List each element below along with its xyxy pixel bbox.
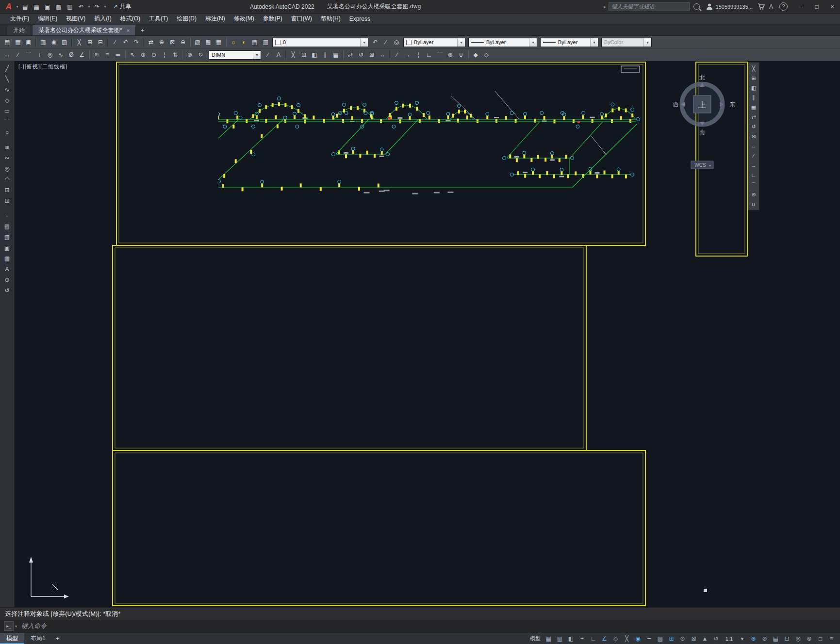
hatch-tool-icon[interactable]: ▨ <box>1 221 13 232</box>
extend-icon[interactable]: → <box>402 50 413 60</box>
layer-properties-icon[interactable]: ▤ <box>249 37 260 48</box>
explode-tool-ic[interactable]: ⊛ <box>749 190 758 199</box>
polygon-tool-icon[interactable]: ◇ <box>1 95 13 106</box>
customization-icon[interactable]: ≡ <box>826 634 837 644</box>
maximize-button[interactable]: □ <box>809 0 824 13</box>
share-button[interactable]: ↗ 共享 <box>113 2 131 11</box>
minimize-button[interactable]: – <box>793 0 809 13</box>
redo-arrow-icon[interactable]: ▾ <box>103 1 107 12</box>
join-tool-icon[interactable]: ∪ <box>749 199 758 209</box>
trim-icon[interactable]: ∕ <box>392 50 402 60</box>
plot-icon[interactable]: ▥ <box>65 1 75 12</box>
transparency-icon[interactable]: ▨ <box>655 634 665 644</box>
group-icon[interactable]: ◆ <box>470 50 481 60</box>
annotation-visibility-icon[interactable]: ▲ <box>700 634 710 644</box>
ellipse-arc-tool-icon[interactable]: ◠ <box>1 174 13 185</box>
dim-diameter-icon[interactable]: Ø <box>66 50 77 60</box>
menu-item-8[interactable]: 修改(M) <box>230 14 259 24</box>
new-file-icon[interactable]: ▤ <box>20 1 31 12</box>
isolate-objects-icon[interactable]: ◎ <box>793 634 803 644</box>
offset-icon[interactable]: ∥ <box>320 50 330 60</box>
redo-icon[interactable]: ↷ <box>92 1 102 12</box>
dim-angular-icon[interactable]: ∠ <box>77 50 87 60</box>
redo-icon[interactable]: ↷ <box>131 37 142 48</box>
menu-item-1[interactable]: 编辑(E) <box>33 14 62 24</box>
layer-combo[interactable]: 0 ▾ <box>272 38 368 47</box>
layer-isolate-icon[interactable]: ◎ <box>391 37 402 48</box>
menu-item-6[interactable]: 绘图(D) <box>172 14 201 24</box>
tab-document[interactable]: 某著名公司办公大楼采暖全套图* × <box>32 25 136 35</box>
user-id[interactable]: 15059999135... <box>716 4 753 10</box>
trim-tool-icon[interactable]: ∕ <box>749 151 758 161</box>
snap-mode-icon[interactable]: ▥ <box>555 634 565 644</box>
dim-jogged-icon[interactable]: ∿ <box>55 50 66 60</box>
layer-previous-icon[interactable]: ↶ <box>370 37 380 48</box>
selection-cycling-icon[interactable]: ⊞ <box>666 634 676 644</box>
revision-cloud-tool-icon[interactable]: ≋ <box>1 142 13 153</box>
dim-arc-length-icon[interactable]: ⌒ <box>23 50 34 60</box>
cad-drawing[interactable]: 水箱间上北南西东WCS▾ <box>15 61 840 607</box>
lineweight-combo[interactable]: ByLayer ▾ <box>540 38 598 47</box>
quick-dim-icon[interactable]: ≋ <box>91 50 102 60</box>
cut-icon[interactable]: ╳ <box>74 37 84 48</box>
plot-preview-icon[interactable]: ◉ <box>49 37 59 48</box>
array-icon[interactable]: ▦ <box>330 50 341 60</box>
lock-ui-icon[interactable]: ⊡ <box>782 634 792 644</box>
command-dropdown-icon[interactable]: ▾ <box>15 624 17 628</box>
scale-tool-icon[interactable]: ⊠ <box>749 131 758 141</box>
dim-edit-icon[interactable]: ∕ <box>263 50 273 60</box>
copy-tool-icon[interactable]: ⊞ <box>749 73 758 83</box>
search-input[interactable]: 键入关键字或短语 <box>609 2 690 11</box>
center-mark-icon[interactable]: ⊙ <box>148 50 159 60</box>
extend-tool-icon[interactable]: → <box>749 161 758 170</box>
point-tool-icon[interactable]: ∙ <box>1 210 13 221</box>
table-tool-icon[interactable]: ▦ <box>1 253 13 264</box>
erase-tool-icon[interactable]: ╳ <box>749 64 758 73</box>
dynamic-input-icon[interactable]: + <box>577 634 587 644</box>
menu-item-5[interactable]: 工具(T) <box>145 14 172 24</box>
menu-item-7[interactable]: 标注(N) <box>201 14 230 24</box>
menu-item-12[interactable]: Express <box>345 14 375 24</box>
menu-item-2[interactable]: 视图(V) <box>62 14 90 24</box>
erase-icon[interactable]: ╳ <box>288 50 298 60</box>
dim-linear-icon[interactable]: ↔ <box>2 50 13 60</box>
make-block-tool-icon[interactable]: ⊞ <box>1 195 13 206</box>
object-snap-icon[interactable]: ◉ <box>633 634 643 644</box>
match-properties-icon[interactable]: ∕ <box>110 37 120 48</box>
dropdown-arrow-icon[interactable]: ▾ <box>529 38 537 47</box>
designcenter-icon[interactable]: ▩ <box>203 37 214 48</box>
fillet-tool-icon[interactable]: ⌒ <box>749 180 758 190</box>
construction-line-tool-icon[interactable]: ╲ <box>1 74 13 84</box>
polar-tracking-icon[interactable]: ∠ <box>599 634 609 644</box>
zoom-window-icon[interactable]: ⊠ <box>167 37 178 48</box>
light-glyph-icon[interactable]: ◐ <box>239 37 249 48</box>
dropdown-arrow-icon[interactable]: ▾ <box>253 51 261 59</box>
stretch-icon[interactable]: ↔ <box>377 50 388 60</box>
array-tool-icon[interactable]: ▦ <box>749 102 758 112</box>
dim-space-icon[interactable]: ⇅ <box>170 50 181 60</box>
dim-ordinate-icon[interactable]: ↕ <box>34 50 45 60</box>
region-tool-icon[interactable]: ▣ <box>1 242 13 253</box>
move-icon[interactable]: ⇄ <box>345 50 356 60</box>
command-input[interactable]: ▸_ ▾ 键入命令 <box>0 620 840 632</box>
app-menu-arrow-icon[interactable]: ▾ <box>15 1 19 12</box>
color-combo[interactable]: ByLayer ▾ <box>403 38 465 47</box>
dim-aligned-icon[interactable]: ∕ <box>13 50 23 60</box>
quick-properties-icon[interactable]: ▤ <box>771 634 781 644</box>
3d-object-snap-icon[interactable]: ⊙ <box>677 634 688 644</box>
new-tab-button[interactable]: + <box>137 25 148 35</box>
move-tool-icon[interactable]: ⇄ <box>749 112 758 122</box>
offset-tool-icon[interactable]: ∥ <box>749 93 758 102</box>
plot-icon[interactable]: ▥ <box>38 37 49 48</box>
graphics-performance-icon[interactable]: ⊚ <box>804 634 814 644</box>
isometric-drafting-icon[interactable]: ◇ <box>610 634 621 644</box>
publish-icon[interactable]: ▧ <box>59 37 70 48</box>
lineweight-icon[interactable]: ━ <box>644 634 654 644</box>
zoom-realtime-icon[interactable]: ⊕ <box>156 37 167 48</box>
paste-icon[interactable]: ⊟ <box>95 37 106 48</box>
mtext-tool-icon[interactable]: A <box>1 264 13 274</box>
dim-baseline-icon[interactable]: ≡ <box>102 50 113 60</box>
ungroup-icon[interactable]: ◇ <box>481 50 492 60</box>
layer-states-icon[interactable]: ▥ <box>260 37 271 48</box>
dim-radius-icon[interactable]: ◎ <box>45 50 55 60</box>
